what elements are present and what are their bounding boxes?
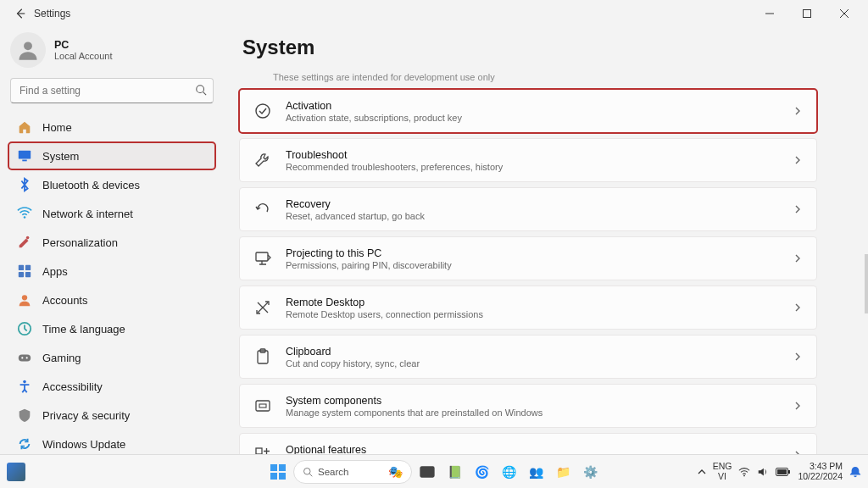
search-box[interactable] (10, 78, 214, 103)
taskbar-app-teams[interactable]: 👥 (524, 460, 548, 484)
components-icon (253, 396, 272, 415)
home-icon (17, 119, 32, 135)
card-desc: Permissions, pairing PIN, discoverabilit… (286, 260, 779, 270)
update-icon (17, 436, 32, 452)
close-button[interactable] (826, 1, 863, 26)
accounts-icon (17, 292, 32, 308)
taskbar-app-edge[interactable]: 🌐 (497, 460, 520, 484)
bluetooth-icon (17, 177, 32, 192)
nav-item-system[interactable]: System (8, 142, 215, 169)
card-recovery[interactable]: RecoveryReset, advanced startup, go back (239, 187, 817, 231)
language-indicator[interactable]: ENG VI (713, 462, 732, 481)
card-desc: Reset, advanced startup, go back (286, 211, 779, 221)
settings-card-list: ActivationActivation state, subscription… (239, 89, 817, 488)
nav-item-personalization[interactable]: Personalization (8, 229, 215, 256)
nav-item-bluetooth[interactable]: Bluetooth & devices (8, 171, 215, 198)
maximize-icon (803, 9, 811, 18)
time-icon (17, 321, 32, 336)
nav-item-apps[interactable]: Apps (8, 258, 215, 285)
taskbar-search[interactable]: Search 🎭 (293, 460, 412, 484)
nav-item-network[interactable]: Network & internet (8, 200, 215, 227)
titlebar: Settings (0, 0, 868, 27)
nav-item-label: Windows Update (42, 438, 125, 451)
svg-rect-0 (804, 10, 811, 18)
system-tray: ENG VI 3:43 PM 10/22/2024 (698, 462, 861, 481)
privacy-icon (17, 408, 32, 423)
windows-icon (270, 463, 287, 480)
maximize-button[interactable] (788, 1, 826, 26)
svg-rect-38 (788, 470, 790, 474)
nav-item-label: Network & internet (42, 208, 133, 220)
card-desc: Cut and copy history, sync, clear (286, 358, 779, 369)
card-clipboard[interactable]: ClipboardCut and copy history, sync, cle… (239, 335, 817, 379)
notifications-icon[interactable] (849, 466, 861, 478)
card-activation[interactable]: ActivationActivation state, subscription… (239, 89, 817, 133)
main-content: System These settings are intended for d… (224, 27, 868, 488)
svg-point-1 (24, 42, 32, 50)
chevron-right-icon (793, 155, 803, 165)
gaming-icon (17, 350, 32, 365)
minimize-icon (765, 9, 774, 18)
chevron-right-icon (793, 106, 803, 116)
svg-rect-9 (19, 272, 24, 277)
account-block[interactable]: PC Local Account (8, 30, 215, 75)
taskbar-search-label: Search (318, 467, 348, 477)
start-button[interactable] (266, 460, 290, 484)
battery-icon[interactable] (776, 467, 791, 477)
close-icon (840, 9, 849, 18)
nav-item-privacy[interactable]: Privacy & security (8, 402, 215, 429)
clipboard-icon (253, 347, 272, 366)
nav-item-time[interactable]: Time & language (8, 315, 215, 342)
nav-item-home[interactable]: Home (8, 114, 215, 141)
task-view-button[interactable] (415, 460, 439, 484)
nav-list: HomeSystemBluetooth & devicesNetwork & i… (8, 114, 215, 458)
svg-point-35 (744, 474, 746, 476)
card-projecting[interactable]: Projecting to this PCPermissions, pairin… (239, 236, 817, 280)
svg-rect-7 (19, 265, 24, 270)
svg-rect-8 (25, 265, 31, 270)
truncated-line: These settings are intended for developm… (239, 69, 817, 89)
tray-overflow[interactable] (698, 468, 706, 476)
card-troubleshoot[interactable]: TroubleshootRecommended troubleshooters,… (239, 138, 817, 182)
sidebar: PC Local Account HomeSystemBluetooth & d… (0, 27, 224, 488)
search-icon (303, 467, 313, 477)
svg-rect-3 (19, 151, 31, 159)
svg-rect-21 (256, 401, 270, 411)
svg-rect-37 (777, 469, 787, 474)
nav-item-accessibility[interactable]: Accessibility (8, 373, 215, 400)
taskbar-app-settings[interactable]: ⚙️ (578, 460, 602, 484)
search-input[interactable] (10, 78, 214, 103)
nav-item-label: Accessibility (42, 380, 103, 393)
chevron-up-icon (698, 468, 706, 476)
person-icon (16, 38, 40, 62)
taskbar-app-publisher[interactable]: 📗 (442, 460, 466, 484)
search-icon (195, 84, 207, 96)
clock[interactable]: 3:43 PM 10/22/2024 (798, 462, 843, 481)
taskbar-app-explorer[interactable]: 📁 (551, 460, 575, 484)
volume-icon[interactable] (757, 466, 769, 478)
nav-item-gaming[interactable]: Gaming (8, 344, 215, 371)
taskbar-app-copilot[interactable]: 🌀 (470, 460, 493, 484)
wrench-icon (253, 151, 272, 169)
back-button[interactable] (14, 7, 27, 20)
widgets-button[interactable] (7, 463, 25, 481)
scrollbar-thumb[interactable] (865, 254, 868, 313)
card-title: System components (286, 395, 779, 407)
svg-point-32 (304, 468, 311, 474)
nav-item-label: Bluetooth & devices (42, 179, 140, 191)
card-title: Troubleshoot (286, 149, 779, 161)
chevron-right-icon (793, 253, 803, 263)
nav-item-accounts[interactable]: Accounts (8, 286, 215, 313)
svg-rect-18 (256, 252, 268, 261)
wifi-icon[interactable] (738, 466, 750, 478)
taskbar-search-badge-icon: 🎭 (388, 465, 403, 479)
apps-icon (17, 263, 32, 279)
minimize-button[interactable] (751, 1, 788, 26)
project-icon (253, 249, 272, 268)
card-components[interactable]: System componentsManage system component… (239, 384, 817, 428)
personalization-icon (17, 235, 32, 250)
nav-item-label: Apps (42, 265, 68, 278)
card-remote[interactable]: Remote DesktopRemote Desktop users, conn… (239, 286, 817, 330)
card-desc: Activation state, subscriptions, product… (286, 113, 779, 123)
chevron-right-icon (793, 352, 803, 362)
